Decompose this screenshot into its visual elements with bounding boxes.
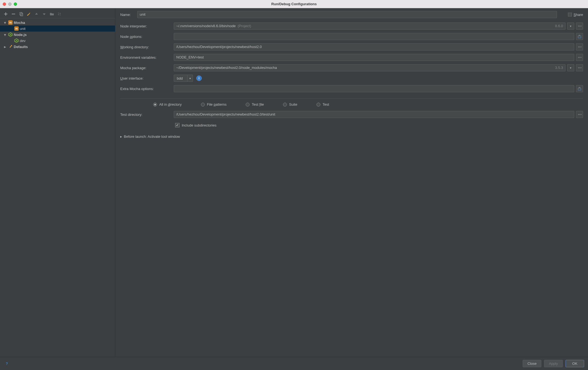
sidebar-toolbar xyxy=(0,10,115,18)
divider xyxy=(120,98,583,99)
scope-test[interactable]: Test xyxy=(317,102,329,106)
ok-button[interactable]: OK xyxy=(565,360,584,367)
mocha-icon: m xyxy=(14,26,19,31)
extra-mocha-input[interactable] xyxy=(174,85,574,92)
tree-item-dev[interactable]: JS dev xyxy=(0,38,115,44)
radio-icon xyxy=(201,103,205,106)
node-interpreter-field[interactable]: ~/.nvm/versions/node/v8.6.0/bin/node (Pr… xyxy=(174,23,565,30)
user-interface-value: bdd xyxy=(174,76,187,80)
sidebar: ▾ m Mocha m unit ▾ JS Node.js xyxy=(0,8,115,357)
node-interpreter-value: ~/.nvm/versions/node/v8.6.0/bin/node xyxy=(176,24,236,28)
tree-group-label: Node.js xyxy=(14,33,27,37)
chevron-down-icon[interactable]: ▾ xyxy=(3,20,7,25)
radio-icon xyxy=(153,103,157,106)
env-vars-browse-icon[interactable] xyxy=(576,54,583,61)
tree-item-label: unit xyxy=(20,27,26,31)
radio-label: All in directory xyxy=(159,102,182,106)
mocha-icon: m xyxy=(8,20,13,25)
config-tree: ▾ m Mocha m unit ▾ JS Node.js xyxy=(0,18,115,357)
dialog-footer: ? Close Apply OK xyxy=(0,357,588,370)
name-input[interactable]: unit xyxy=(137,11,557,18)
mocha-package-label: Mocha package: xyxy=(120,66,174,70)
scope-all-in-directory[interactable]: All in directory xyxy=(153,102,182,106)
sort-icon[interactable] xyxy=(57,11,63,17)
before-launch-label: Before launch: Activate tool window xyxy=(124,134,180,139)
tree-item-unit[interactable]: m unit xyxy=(0,26,115,32)
extra-mocha-label: Extra Mocha options: xyxy=(120,87,174,91)
chevron-right-icon: ▸ xyxy=(120,134,122,139)
working-dir-label: Working directory: xyxy=(120,45,174,49)
tree-group-defaults[interactable]: ▸ Defaults xyxy=(0,44,115,50)
radio-icon xyxy=(317,103,320,106)
tree-item-label: dev xyxy=(20,39,26,43)
node-interpreter-dropdown-icon[interactable] xyxy=(567,23,574,30)
node-interpreter-browse-icon[interactable] xyxy=(576,23,583,30)
mocha-package-field[interactable]: ~/Development/projects/newbest/host2.0/n… xyxy=(174,64,565,71)
radio-label: File patterns xyxy=(207,102,227,106)
radio-icon xyxy=(283,103,287,106)
radio-icon xyxy=(246,103,250,106)
tree-group-label: Mocha xyxy=(14,21,25,25)
svg-text:JS: JS xyxy=(9,34,12,36)
mocha-package-browse-icon[interactable] xyxy=(576,64,583,71)
working-dir-input[interactable]: /Users/hezhou/Development/projects/newbe… xyxy=(174,43,574,51)
include-subdirs-checkbox[interactable] xyxy=(175,123,180,127)
move-down-icon[interactable] xyxy=(41,11,47,17)
mocha-package-dropdown-icon[interactable] xyxy=(567,64,574,71)
apply-button[interactable]: Apply xyxy=(544,360,563,367)
svg-point-8 xyxy=(11,45,12,46)
node-interpreter-version: 8.6.0 xyxy=(555,24,563,28)
svg-rect-1 xyxy=(20,12,22,15)
env-vars-label: Environment variables: xyxy=(120,55,174,60)
share-checkbox[interactable] xyxy=(568,13,572,16)
copy-config-icon[interactable] xyxy=(18,11,24,17)
svg-text:JS: JS xyxy=(15,40,18,42)
mocha-package-version: 3.5.3 xyxy=(555,66,563,70)
help-icon[interactable]: ? xyxy=(4,361,10,367)
remove-config-icon[interactable] xyxy=(10,11,16,17)
tree-group-mocha[interactable]: ▾ m Mocha xyxy=(0,19,115,26)
tree-group-nodejs[interactable]: ▾ JS Node.js xyxy=(0,32,115,38)
test-dir-browse-icon[interactable] xyxy=(576,111,583,118)
close-window-icon[interactable] xyxy=(3,2,6,6)
config-form: Name: unit Share Node interpreter: ~/.nv… xyxy=(115,8,588,357)
close-button[interactable]: Close xyxy=(523,360,541,367)
svg-rect-10 xyxy=(578,88,581,90)
before-launch-section[interactable]: ▸ Before launch: Activate tool window xyxy=(120,134,583,139)
move-up-icon[interactable] xyxy=(33,11,40,17)
chevron-down-icon[interactable]: ▾ xyxy=(3,32,7,37)
nodejs-icon: JS xyxy=(14,38,19,43)
window-title: Run/Debug Configurations xyxy=(0,2,588,6)
env-vars-input[interactable]: NODE_ENV=test xyxy=(174,54,574,61)
share-label: Share xyxy=(573,13,583,17)
scope-test-file[interactable]: Test file xyxy=(246,102,264,106)
folder-icon[interactable] xyxy=(49,11,55,17)
test-dir-input[interactable]: /Users/hezhou/Development/projects/newbe… xyxy=(174,111,574,118)
node-options-label: Node options: xyxy=(120,35,174,39)
radio-label: Test file xyxy=(252,102,264,106)
working-dir-browse-icon[interactable] xyxy=(576,43,583,51)
chevron-right-icon[interactable]: ▸ xyxy=(3,44,7,49)
svg-rect-2 xyxy=(21,13,23,16)
edit-defaults-icon[interactable] xyxy=(26,11,32,17)
chevron-down-icon[interactable]: ▾ xyxy=(187,75,193,82)
scope-file-patterns[interactable]: File patterns xyxy=(201,102,227,106)
svg-rect-9 xyxy=(578,36,581,38)
tree-group-label: Defaults xyxy=(14,45,28,49)
info-icon[interactable]: i xyxy=(196,75,202,81)
run-debug-config-dialog: Run/Debug Configurations xyxy=(0,0,588,370)
node-options-expand-icon[interactable] xyxy=(576,33,583,40)
user-interface-select[interactable]: bdd ▾ xyxy=(174,75,193,82)
radio-label: Suite xyxy=(289,102,297,106)
window-controls xyxy=(0,2,17,6)
extra-mocha-expand-icon[interactable] xyxy=(576,85,583,92)
node-interpreter-suffix: (Project) xyxy=(238,24,251,28)
add-config-icon[interactable] xyxy=(3,11,9,17)
scope-suite[interactable]: Suite xyxy=(283,102,297,106)
minimize-window-icon[interactable] xyxy=(8,2,12,6)
svg-point-3 xyxy=(27,15,28,16)
test-dir-label: Test directory: xyxy=(120,113,174,117)
name-label: Name: xyxy=(120,13,137,17)
maximize-window-icon[interactable] xyxy=(14,2,17,6)
node-options-input[interactable] xyxy=(174,33,574,40)
